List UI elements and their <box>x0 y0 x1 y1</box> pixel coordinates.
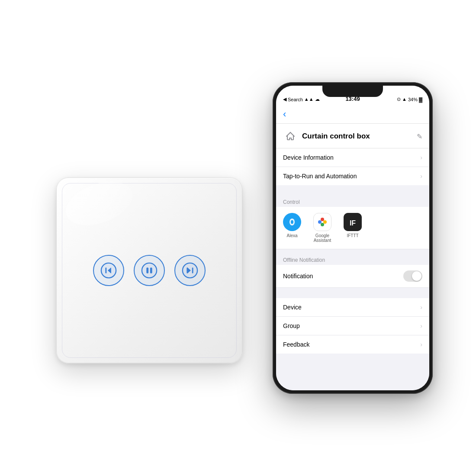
nav-bar: ‹ <box>276 105 429 124</box>
chevron-icon-group: › <box>420 322 422 329</box>
phone-inner: ◀ Search ▲▲ ☁ 13:49 ⊙ ▲ 34% ▓ ‹ <box>276 86 429 390</box>
svg-rect-5 <box>146 267 148 273</box>
google-assistant-label: GoogleAssistant <box>314 233 331 243</box>
group-label: Group <box>283 322 300 329</box>
svg-point-14 <box>315 215 330 229</box>
notification-toggle[interactable] <box>403 270 422 282</box>
svg-rect-2 <box>105 267 106 273</box>
svg-rect-8 <box>192 267 193 273</box>
notification-label: Notification <box>283 273 313 280</box>
svg-rect-6 <box>150 267 152 273</box>
ifttt-item[interactable]: IF IFTTT <box>344 213 362 238</box>
menu-section-1: Device Information › Tap-to-Run and Auto… <box>276 148 429 185</box>
chevron-icon-device: › <box>420 304 422 311</box>
svg-point-16 <box>321 218 324 221</box>
pause-button[interactable] <box>134 255 165 286</box>
buttons-row <box>93 255 206 286</box>
google-assistant-item[interactable]: GoogleAssistant <box>313 213 331 243</box>
edit-icon[interactable]: ✎ <box>417 132 422 141</box>
alexa-logo <box>283 213 301 231</box>
notification-section-header: Offline Notification <box>276 254 429 265</box>
notification-toggle-row: Notification <box>276 265 429 288</box>
chevron-icon-feedback: › <box>420 341 422 348</box>
svg-point-4 <box>142 263 157 278</box>
chevron-icon-2: › <box>420 173 422 180</box>
gap-2 <box>276 249 429 254</box>
gap-3 <box>276 288 429 298</box>
battery-label: 34% <box>408 97 418 102</box>
ifttt-label: IFTTT <box>347 233 358 238</box>
close-curtain-button[interactable] <box>174 255 206 286</box>
toggle-knob <box>412 271 421 281</box>
switch-panel <box>56 177 242 363</box>
bottom-section: Device › Group › Feedback › <box>276 298 429 354</box>
phone: ◀ Search ▲▲ ☁ 13:49 ⊙ ▲ 34% ▓ ‹ <box>273 82 433 394</box>
svg-point-15 <box>318 220 322 224</box>
svg-rect-10 <box>187 267 188 273</box>
control-section-header: Control <box>276 196 429 207</box>
svg-point-13 <box>291 220 293 224</box>
feedback-label: Feedback <box>283 341 309 348</box>
alexa-item[interactable]: Alexa <box>283 213 301 238</box>
home-icon <box>283 129 298 144</box>
device-title: Curtain control box <box>302 132 412 141</box>
ifttt-logo: IF <box>344 213 362 231</box>
chevron-icon-1: › <box>420 154 422 161</box>
tap-to-run-label: Tap-to-Run and Automation <box>283 173 357 180</box>
device-information-label: Device Information <box>283 154 334 161</box>
scene: ◀ Search ▲▲ ☁ 13:49 ⊙ ▲ 34% ▓ ‹ <box>43 69 433 407</box>
alexa-label: Alexa <box>286 233 297 238</box>
gap-1 <box>276 185 429 196</box>
svg-point-17 <box>323 220 327 224</box>
search-label: Search <box>288 97 303 102</box>
tap-to-run-item[interactable]: Tap-to-Run and Automation › <box>276 167 429 185</box>
device-item[interactable]: Device › <box>276 298 429 317</box>
control-row: Alexa <box>276 207 429 249</box>
group-item[interactable]: Group › <box>276 317 429 335</box>
app-content: Device Information › Tap-to-Run and Auto… <box>276 148 429 390</box>
google-logo <box>313 213 331 231</box>
svg-point-18 <box>321 223 324 226</box>
device-label: Device <box>283 304 302 311</box>
svg-text:IF: IF <box>350 219 356 227</box>
notch <box>322 86 383 97</box>
feedback-item[interactable]: Feedback › <box>276 335 429 354</box>
app-header: Curtain control box ✎ <box>276 124 429 148</box>
device-information-item[interactable]: Device Information › <box>276 148 429 167</box>
open-curtain-button[interactable] <box>93 255 124 286</box>
status-search: ◀ Search ▲▲ ☁ <box>283 96 320 102</box>
back-button[interactable]: ‹ <box>283 109 286 120</box>
status-battery: ⊙ ▲ 34% ▓ <box>397 96 422 102</box>
